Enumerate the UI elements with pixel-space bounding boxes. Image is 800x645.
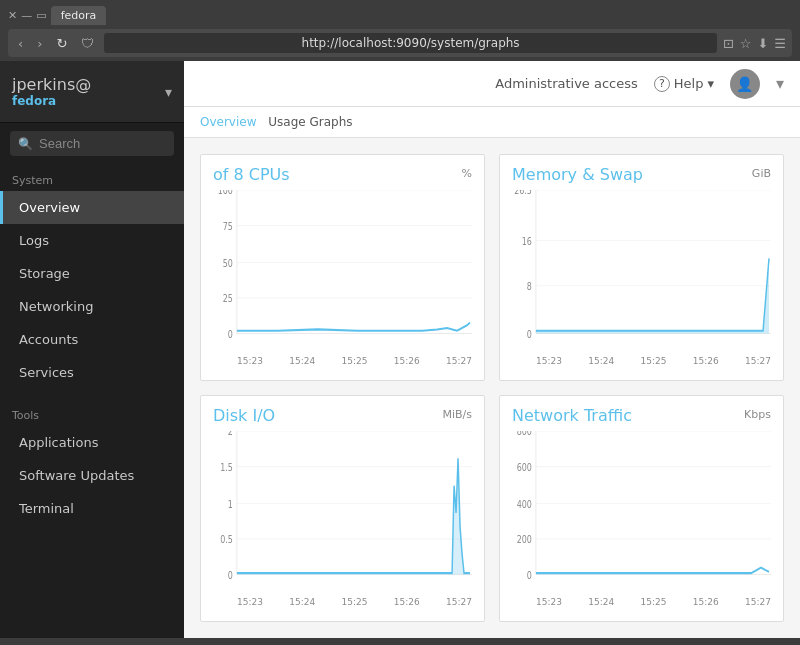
menu-icon[interactable]: ☰ bbox=[774, 36, 786, 51]
nav-refresh-btn[interactable]: ↻ bbox=[52, 34, 71, 53]
star-icon[interactable]: ☆ bbox=[740, 36, 752, 51]
user-menu-chevron-icon[interactable]: ▾ bbox=[776, 74, 784, 93]
tab-close-btn[interactable]: ✕ bbox=[8, 9, 17, 22]
sidebar-item-services[interactable]: Services bbox=[0, 356, 184, 389]
avatar-icon: 👤 bbox=[736, 76, 753, 92]
svg-marker-20 bbox=[536, 258, 769, 333]
sidebar-item-terminal[interactable]: Terminal bbox=[0, 492, 184, 525]
breadcrumb-overview-link[interactable]: Overview bbox=[200, 115, 257, 129]
user-dropdown-icon[interactable]: ▾ bbox=[165, 84, 172, 100]
network-graph-title: Network Traffic bbox=[512, 406, 632, 425]
svg-text:1: 1 bbox=[228, 497, 233, 510]
svg-text:0: 0 bbox=[527, 327, 532, 340]
help-chevron-icon: ▾ bbox=[707, 76, 714, 91]
tab-label: fedora bbox=[61, 9, 97, 22]
network-graph-card: Network Traffic Kbps 0 200 400 bbox=[499, 395, 784, 622]
disk-graph-title: Disk I/O bbox=[213, 406, 275, 425]
memory-graph-area: 0 8 16 26.5 15:23 15:24 15:25 15:26 bbox=[512, 190, 771, 370]
svg-text:0: 0 bbox=[228, 327, 233, 340]
tab-minimize-btn[interactable]: — bbox=[21, 9, 32, 22]
disk-graph-card: Disk I/O MiB/s 0 0.5 1 bbox=[200, 395, 485, 622]
tab-restore-btn[interactable]: ▭ bbox=[36, 9, 46, 22]
svg-text:16: 16 bbox=[522, 234, 532, 247]
user-name: jperkins@ bbox=[12, 75, 91, 94]
network-graph-unit: Kbps bbox=[744, 408, 771, 421]
svg-text:2: 2 bbox=[228, 431, 233, 437]
download-icon[interactable]: ⬇ bbox=[757, 36, 768, 51]
svg-text:0.5: 0.5 bbox=[220, 533, 233, 546]
search-box: 🔍 bbox=[10, 131, 174, 156]
user-host: fedora bbox=[12, 94, 91, 108]
nav-back-btn[interactable]: ‹ bbox=[14, 34, 27, 53]
disk-graph-area: 0 0.5 1 1.5 2 15:23 15:24 15:25 15:26 bbox=[213, 431, 472, 611]
cpu-graph-area: 0 25 50 75 100 15:23 15:24 15:25 15:26 1… bbox=[213, 190, 472, 370]
cpu-graph-unit: % bbox=[462, 167, 472, 180]
breadcrumb-current-page: Usage Graphs bbox=[268, 115, 352, 129]
svg-text:26.5: 26.5 bbox=[514, 190, 532, 196]
svg-text:8: 8 bbox=[527, 279, 532, 292]
bookmark-icon[interactable]: ⊡ bbox=[723, 36, 734, 51]
nav-shield-btn[interactable]: 🛡 bbox=[77, 34, 98, 53]
system-section-label: System bbox=[0, 164, 184, 191]
svg-marker-32 bbox=[237, 458, 470, 574]
cpu-graph-title: of 8 CPUs bbox=[213, 165, 290, 184]
graphs-container: of 8 CPUs % 0 25 50 75 bbox=[184, 138, 800, 638]
svg-text:200: 200 bbox=[517, 533, 532, 546]
breadcrumb: Overview Usage Graphs bbox=[184, 107, 800, 138]
main-content: Administrative access ? Help ▾ 👤 ▾ Overv… bbox=[184, 61, 800, 638]
sidebar-item-applications[interactable]: Applications bbox=[0, 426, 184, 459]
svg-text:50: 50 bbox=[223, 256, 233, 269]
nav-forward-btn[interactable]: › bbox=[33, 34, 46, 53]
app-window: jperkins@ fedora ▾ 🔍 System Overview Log… bbox=[0, 61, 800, 638]
svg-text:75: 75 bbox=[223, 219, 233, 232]
top-bar: Administrative access ? Help ▾ 👤 ▾ bbox=[184, 61, 800, 107]
memory-graph-card: Memory & Swap GiB 0 8 16 26.5 bbox=[499, 154, 784, 381]
memory-graph-unit: GiB bbox=[752, 167, 771, 180]
svg-text:0: 0 bbox=[527, 568, 532, 581]
sidebar-item-networking[interactable]: Networking bbox=[0, 290, 184, 323]
cpu-graph-card: of 8 CPUs % 0 25 50 75 bbox=[200, 154, 485, 381]
admin-access-label: Administrative access bbox=[495, 76, 638, 91]
help-button[interactable]: ? Help ▾ bbox=[654, 76, 714, 92]
svg-text:25: 25 bbox=[223, 292, 233, 305]
tools-section-label: Tools bbox=[0, 399, 184, 426]
svg-text:800: 800 bbox=[517, 431, 532, 437]
avatar[interactable]: 👤 bbox=[730, 69, 760, 99]
browser-tab-active[interactable]: fedora bbox=[51, 6, 107, 25]
user-header[interactable]: jperkins@ fedora ▾ bbox=[0, 61, 184, 123]
url-bar[interactable]: http://localhost:9090/system/graphs bbox=[104, 33, 717, 53]
search-icon: 🔍 bbox=[18, 137, 33, 151]
browser-chrome: ✕ — ▭ fedora ‹ › ↻ 🛡 http://localhost:90… bbox=[0, 0, 800, 57]
sidebar-item-software-updates[interactable]: Software Updates bbox=[0, 459, 184, 492]
sidebar-item-logs[interactable]: Logs bbox=[0, 224, 184, 257]
search-input[interactable] bbox=[39, 136, 166, 151]
svg-text:1.5: 1.5 bbox=[220, 460, 233, 473]
svg-text:0: 0 bbox=[228, 568, 233, 581]
sidebar-item-accounts[interactable]: Accounts bbox=[0, 323, 184, 356]
svg-text:100: 100 bbox=[218, 190, 233, 196]
sidebar-item-overview[interactable]: Overview bbox=[0, 191, 184, 224]
svg-text:400: 400 bbox=[517, 497, 532, 510]
sidebar: jperkins@ fedora ▾ 🔍 System Overview Log… bbox=[0, 61, 184, 638]
sidebar-item-storage[interactable]: Storage bbox=[0, 257, 184, 290]
network-graph-area: 0 200 400 600 800 15:23 15:24 15:25 15:2… bbox=[512, 431, 771, 611]
svg-text:600: 600 bbox=[517, 460, 532, 473]
memory-graph-title: Memory & Swap bbox=[512, 165, 643, 184]
disk-graph-unit: MiB/s bbox=[442, 408, 472, 421]
help-icon: ? bbox=[654, 76, 670, 92]
